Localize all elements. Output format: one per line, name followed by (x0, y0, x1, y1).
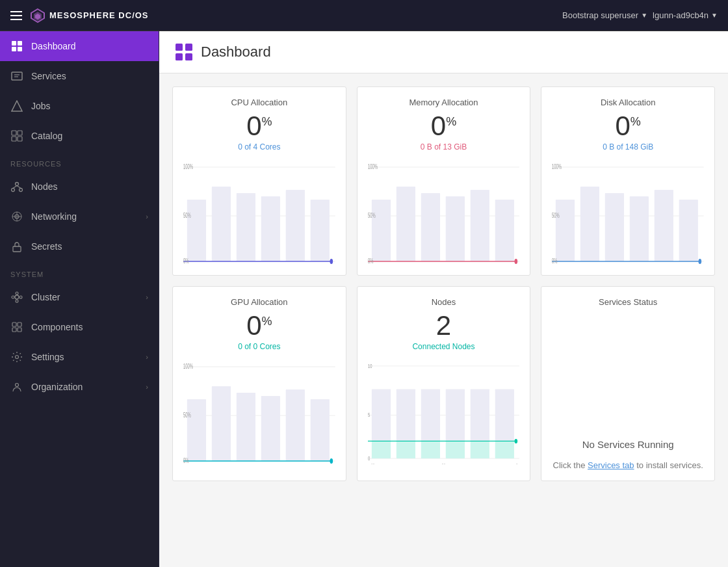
memory-card-value: 0% (368, 112, 520, 140)
svg-text:0: 0 (515, 462, 517, 464)
user-menu[interactable]: Bootstrap superuser ▼ (562, 10, 647, 20)
sidebar-item-dashboard[interactable]: Dashboard (0, 31, 159, 61)
svg-rect-14 (18, 137, 22, 141)
svg-rect-12 (18, 131, 22, 135)
settings-chevron: › (146, 353, 148, 361)
disk-card-title: Disk Allocation (552, 98, 704, 107)
svg-text:100%: 100% (368, 163, 378, 170)
organization-chevron: › (146, 383, 148, 391)
sidebar-item-nodes[interactable]: Nodes (0, 172, 159, 202)
svg-rect-62 (421, 193, 439, 261)
svg-text:50%: 50% (368, 212, 376, 219)
svg-text:-30s: -30s (440, 462, 447, 464)
svg-point-84 (699, 259, 702, 264)
catalog-icon (10, 129, 23, 142)
svg-text:0%: 0% (183, 257, 188, 265)
page-header: Dashboard (159, 31, 728, 73)
nodes-card-subtitle: Connected Nodes (368, 342, 520, 351)
sidebar-item-cluster[interactable]: Cluster › (0, 282, 159, 312)
svg-text:100%: 100% (552, 163, 562, 170)
sidebar-item-components[interactable]: Components (0, 312, 159, 342)
jobs-icon (10, 99, 23, 112)
sidebar-nodes-label: Nodes (31, 181, 57, 192)
svg-rect-122 (495, 389, 514, 441)
disk-card-subtitle: 0 B of 148 GiB (552, 142, 704, 152)
svg-point-16 (12, 189, 15, 192)
sidebar-item-services[interactable]: Services (0, 61, 159, 91)
gpu-card-title: GPU Allocation (183, 297, 335, 307)
svg-rect-61 (396, 187, 415, 261)
account-menu[interactable]: lgunn-ad9cb4n ▼ (653, 10, 718, 20)
sidebar-item-secrets[interactable]: Secrets (0, 231, 159, 261)
gpu-chart: 100% 50% 0% -60s -30s 0 (183, 360, 335, 464)
svg-point-15 (16, 183, 19, 186)
svg-rect-32 (12, 328, 16, 332)
disk-card-value: 0% (552, 112, 704, 140)
svg-rect-95 (212, 386, 231, 461)
svg-rect-5 (12, 47, 16, 51)
svg-point-50 (330, 259, 333, 264)
svg-rect-116 (495, 441, 514, 458)
disk-chart: 100% 50% 0% -60s -30s 0 (552, 161, 704, 265)
svg-rect-4 (18, 41, 22, 46)
svg-rect-80 (630, 196, 649, 261)
sidebar-item-catalog[interactable]: Catalog (0, 121, 159, 151)
svg-rect-3 (12, 41, 16, 46)
page-header-icon (175, 43, 193, 61)
services-status-title: Services Status (552, 297, 704, 307)
hamburger-menu[interactable] (10, 11, 22, 20)
sidebar: Dashboard Services Jobs Catalog Resource… (0, 31, 159, 567)
services-hint-suffix: to install services. (634, 460, 703, 470)
svg-rect-45 (237, 193, 255, 261)
svg-text:100%: 100% (183, 363, 193, 370)
svg-rect-39 (185, 53, 192, 60)
svg-text:-60s: -60s (370, 462, 377, 464)
no-services-text: No Services Running (582, 439, 674, 450)
svg-rect-121 (470, 389, 489, 441)
services-tab-link[interactable]: Services tab (588, 460, 634, 470)
svg-marker-10 (12, 101, 22, 111)
svg-rect-82 (679, 200, 698, 261)
system-section-label: System (0, 261, 159, 282)
svg-rect-38 (176, 53, 183, 60)
main-content: Dashboard CPU Allocation 0% 0 of 4 Cores (159, 31, 728, 567)
svg-rect-94 (187, 399, 206, 461)
svg-rect-117 (371, 389, 390, 441)
svg-rect-111 (371, 441, 390, 458)
svg-text:50%: 50% (183, 412, 191, 419)
nodes-card: Nodes 2 Connected Nodes (357, 286, 531, 481)
services-hint-prefix: Click the (553, 460, 588, 470)
user-dropdown-arrow: ▼ (641, 12, 647, 19)
sidebar-item-networking[interactable]: Networking › (0, 202, 159, 231)
sidebar-dashboard-label: Dashboard (31, 41, 76, 51)
svg-rect-99 (311, 399, 330, 461)
svg-point-67 (514, 259, 517, 264)
svg-rect-96 (237, 393, 255, 461)
sidebar-item-organization[interactable]: Organization › (0, 372, 159, 402)
svg-rect-36 (176, 44, 183, 51)
svg-point-17 (20, 189, 23, 192)
svg-rect-113 (421, 441, 439, 458)
sidebar-networking-label: Networking (31, 211, 77, 222)
svg-rect-46 (261, 196, 280, 261)
svg-rect-11 (12, 131, 16, 135)
svg-rect-63 (445, 196, 464, 261)
svg-point-101 (330, 458, 333, 464)
svg-rect-7 (12, 72, 22, 80)
svg-point-28 (12, 296, 14, 298)
services-hint: Click the Services tab to install servic… (553, 460, 703, 470)
svg-point-27 (16, 300, 18, 302)
memory-card-title: Memory Allocation (368, 98, 520, 107)
sidebar-item-settings[interactable]: Settings › (0, 342, 159, 372)
sidebar-item-jobs[interactable]: Jobs (0, 91, 159, 121)
cluster-icon (10, 291, 23, 304)
sidebar-catalog-label: Catalog (31, 131, 62, 141)
nodes-card-value: 2 (368, 312, 520, 339)
sidebar-components-label: Components (31, 322, 83, 332)
svg-rect-47 (286, 190, 305, 261)
sidebar-services-label: Services (31, 71, 66, 81)
svg-text:0%: 0% (368, 257, 373, 265)
organization-icon (10, 380, 23, 393)
cpu-card-subtitle: 0 of 4 Cores (183, 142, 335, 152)
svg-rect-115 (470, 441, 489, 458)
